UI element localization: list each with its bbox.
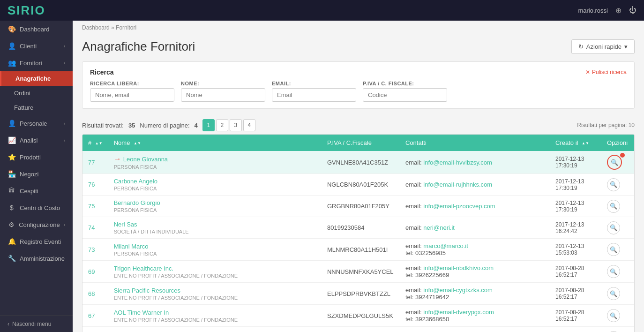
row-email-link[interactable]: info@email-rujhhnks.com: [423, 181, 492, 188]
row-email-link[interactable]: info@email-pzoocvep.com: [423, 203, 495, 210]
email-input[interactable]: [272, 88, 356, 102]
logo: SIRIO: [7, 3, 45, 18]
sort-icon[interactable]: ▲▼: [95, 142, 103, 145]
row-search-button[interactable]: 🔍: [607, 221, 620, 234]
row-num-link[interactable]: 69: [88, 268, 95, 275]
page-btn-2[interactable]: 2: [216, 119, 228, 131]
sidebar-item-anagrafiche[interactable]: Anagrafiche: [0, 71, 73, 86]
row-contatti-cell: email: marco@marco.it tel: 032256985: [400, 239, 550, 261]
row-creato-cell: 2017-08-2816:52:17: [550, 261, 601, 283]
power-icon[interactable]: ⏻: [629, 6, 637, 15]
page-btn-1[interactable]: 1: [202, 119, 215, 131]
row-opzioni-cell: 🔍: [601, 283, 634, 305]
row-name-link[interactable]: Bernardo Giorgio: [114, 199, 160, 206]
sidebar-item-fornitori[interactable]: 👥 Fornitori ›: [0, 54, 73, 71]
row-name-link[interactable]: AOL Time Warner In: [114, 309, 169, 316]
row-creato-cell: 2017-12-1317:30:19: [550, 196, 601, 217]
row-opzioni-cell: 🔍: [601, 261, 634, 283]
row-email-link[interactable]: info@email-dverypgx.com: [423, 309, 494, 316]
sidebar-item-dashboard[interactable]: 🎨 Dashboard: [0, 21, 73, 38]
row-opzioni-cell: 🔍: [601, 239, 634, 261]
search-icon: 🔍: [610, 203, 617, 210]
row-search-button[interactable]: 🔍: [607, 243, 620, 256]
search-icon: 🔍: [610, 268, 617, 275]
row-name-link[interactable]: Sierra Pacific Resources: [114, 287, 180, 294]
sidebar-item-prodotti[interactable]: ⭐ Prodotti: [0, 149, 73, 166]
table-row: 68 Sierra Pacific Resources ENTE NO PROF…: [82, 283, 634, 305]
pages-label: Numero di pagine:: [140, 122, 189, 129]
sidebar-item-fatture[interactable]: Fatture: [0, 100, 73, 115]
row-search-button[interactable]: 🔍: [607, 287, 620, 300]
row-name-link[interactable]: Leone Giovanna: [123, 156, 168, 163]
row-name-link[interactable]: Neri Sas: [114, 221, 137, 228]
row-subtitle: PERSONA FISICA: [114, 186, 316, 191]
sidebar-hide-menu[interactable]: ‹ Nascondi menu: [0, 316, 73, 332]
row-opzioni-cell: 🔍: [601, 151, 634, 174]
row-creato-cell: 2017-08-2816:52:17: [550, 305, 601, 327]
chevron-right-icon: ›: [64, 44, 65, 49]
row-name-link[interactable]: Trigon Healthcare Inc.: [114, 265, 173, 272]
sidebar-item-label: Centri di Costo: [20, 204, 60, 211]
globe-icon[interactable]: ⊕: [615, 6, 622, 15]
sidebar-item-analisi[interactable]: 📈 Analisi ›: [0, 132, 73, 149]
row-search-button[interactable]: 🔍: [607, 265, 620, 278]
sidebar-item-negozi[interactable]: 🏪 Negozi: [0, 166, 73, 182]
row-num-link[interactable]: 74: [88, 224, 95, 231]
row-email-link[interactable]: info@email-nbdkhivo.com: [423, 264, 494, 272]
sidebar-item-clienti[interactable]: 👤 Clienti ›: [0, 38, 73, 54]
row-email-link[interactable]: marco@marco.it: [423, 242, 468, 249]
search-icon: 🔍: [611, 159, 618, 166]
row-name-link[interactable]: Carbone Angelo: [114, 178, 157, 185]
page-btn-4[interactable]: 4: [243, 119, 255, 131]
row-num-link[interactable]: 77: [88, 159, 95, 166]
sidebar-item-label: Ordini: [14, 90, 30, 97]
table-row: 75 Bernardo Giorgio PERSONA FISICA GRGBN…: [82, 196, 634, 217]
row-num-link[interactable]: 68: [88, 290, 95, 297]
row-num-link[interactable]: 73: [88, 246, 95, 253]
sidebar-item-label: Analisi: [20, 137, 37, 144]
sidebar-item-ordini[interactable]: Ordini: [0, 86, 73, 100]
sidebar-item-registro-eventi[interactable]: 🔔 Registro Eventi: [0, 233, 73, 250]
azioni-rapide-button[interactable]: ↻ Azioni rapide ▾: [571, 39, 635, 54]
sidebar-item-personale[interactable]: 👤 Personale ›: [0, 115, 73, 132]
times-icon: ✕: [585, 69, 590, 75]
fornitori-icon: 👥: [7, 59, 16, 67]
page-btn-3[interactable]: 3: [230, 119, 242, 131]
sidebar-item-cespiti[interactable]: 🏛 Cespiti: [0, 182, 73, 199]
sidebar-item-amministrazione[interactable]: 🔧 Amministrazione: [0, 250, 73, 267]
piva-input[interactable]: [363, 88, 447, 102]
row-name-cell: →Leone Giovanna PERSONA FISICA: [108, 151, 322, 174]
row-tel: tel: 3923668650: [405, 316, 449, 323]
table-row: 66 Comcast Corp. ENTE NO PROFIT / ASSOCI…: [82, 327, 634, 332]
row-search-button[interactable]: 🔍: [607, 309, 620, 322]
col-contatti: Contatti: [400, 135, 550, 151]
row-num-link[interactable]: 75: [88, 203, 95, 210]
search-field-nome: NOME:: [181, 81, 265, 102]
chevron-right-icon: ›: [64, 60, 65, 66]
sort-icon[interactable]: ▲▼: [134, 142, 141, 145]
col-nome: Nome ▲▼: [108, 135, 322, 151]
clear-search-button[interactable]: ✕ Pulisci ricerca: [585, 69, 627, 75]
row-num-link[interactable]: 76: [88, 181, 95, 188]
row-contatti-cell: email: info@email-ouvtrfew.com tel: 3924…: [400, 327, 550, 332]
row-name-link[interactable]: Milani Marco: [114, 243, 149, 250]
row-num-link[interactable]: 67: [88, 312, 95, 319]
row-email-link[interactable]: neri@neri.it: [423, 224, 455, 231]
row-email-link[interactable]: info@email-hvvlbzsy.com: [423, 159, 492, 166]
sidebar-item-configurazione[interactable]: ⚙ Configurazione ›: [0, 216, 73, 233]
row-subtitle: ENTE NO PROFIT / ASSOCIAZIONE / FONDAZIO…: [114, 295, 316, 301]
sidebar-item-centri-costo[interactable]: $ Centri di Costo: [0, 199, 73, 216]
row-search-button[interactable]: 🔍: [607, 200, 620, 213]
nome-input[interactable]: [181, 88, 265, 102]
sort-icon[interactable]: ▲▼: [582, 142, 589, 145]
sidebar-item-label: Amministrazione: [20, 255, 65, 262]
row-search-button[interactable]: 🔍: [607, 178, 620, 191]
table-header-row: # ▲▼ Nome ▲▼ P.IVA / C.Fiscale Contatti …: [82, 135, 634, 151]
ricerca-libera-input[interactable]: [90, 88, 174, 102]
row-opzioni-cell: 🔍: [601, 305, 634, 327]
row-creato-cell: 2017-12-1316:24:42: [550, 217, 601, 239]
table-row: 73 Milani Marco PERSONA FISICA MLNMRC80A…: [82, 239, 634, 261]
row-email-link[interactable]: info@email-cygtxzks.com: [423, 287, 493, 294]
row-contatti-cell: email: info@email-dverypgx.com tel: 3923…: [400, 305, 550, 327]
row-search-button[interactable]: 🔍: [607, 155, 622, 170]
